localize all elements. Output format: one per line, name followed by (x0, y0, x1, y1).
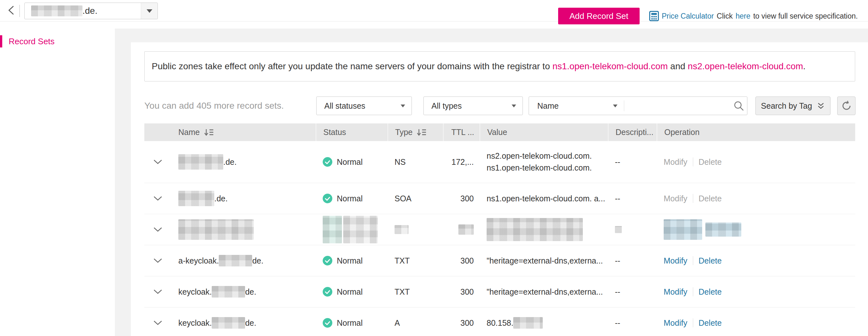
redacted-delete-link (705, 223, 741, 237)
status-normal-icon (323, 256, 332, 265)
ns1-link[interactable]: ns1.open-telekom-cloud.com (552, 61, 668, 71)
record-type-cell: TXT (388, 287, 443, 297)
quota-text: You can add 405 more record sets. (144, 97, 284, 115)
spec-text-before: Click (717, 12, 733, 21)
refresh-button[interactable] (837, 97, 856, 115)
record-description-cell: -- (608, 287, 657, 297)
column-header-label: Value (487, 128, 507, 137)
column-header-type[interactable]: Type (388, 124, 443, 141)
record-value-lines: "heritage=external-dns,externa... (487, 255, 603, 267)
table-row: .de.NormalNS172,...ns2.open-telekom-clou… (144, 141, 855, 183)
record-value-line: ns1.open-telekom-cloud.com. a... (487, 193, 605, 205)
row-expand-chevron[interactable] (144, 258, 171, 263)
column-header-value: Value (479, 124, 608, 141)
delete-link[interactable]: Delete (699, 256, 722, 265)
notice-text-period: . (803, 61, 806, 71)
double-chevron-down-icon (817, 101, 825, 110)
record-description-cell: -- (608, 158, 657, 167)
status-label: Normal (337, 194, 363, 203)
modify-link[interactable]: Modify (664, 318, 687, 328)
record-description-cell (608, 226, 657, 233)
delete-link[interactable]: Delete (699, 318, 722, 328)
sidebar-item-record-sets[interactable]: Record Sets (0, 35, 55, 47)
record-ttl-cell: 172,... (443, 158, 479, 167)
redacted-name-part (178, 154, 223, 170)
record-value-line: "heritage=external-dns,externa... (487, 286, 603, 298)
column-header-description: Descripti... (608, 124, 657, 141)
search-button[interactable] (731, 100, 747, 111)
status-normal-icon (323, 287, 332, 297)
chevron-down-icon (147, 9, 152, 13)
record-ttl-cell: 300 (443, 287, 479, 297)
modify-link: Modify (664, 194, 687, 203)
zone-selector-caret-box[interactable] (141, 3, 157, 19)
table-body: .de.NormalNS172,...ns2.open-telekom-clou… (144, 141, 855, 336)
redacted-name-part (219, 255, 252, 266)
record-value-lines: "heritage=external-dns,externa... (487, 286, 603, 298)
table-header: Name Status Type TTL ... Value Descripti… (144, 124, 855, 141)
back-button[interactable] (5, 4, 17, 17)
search-by-tag-button[interactable]: Search by Tag (755, 97, 831, 115)
status-label: Normal (337, 256, 363, 265)
column-header-status: Status (316, 124, 388, 141)
record-operation-cell: ModifyDelete (657, 158, 855, 167)
status-label: Normal (337, 318, 363, 328)
row-expand-chevron[interactable] (144, 196, 171, 201)
redacted-modify-link (664, 219, 702, 240)
spec-text-after: to view full service specification. (753, 12, 858, 21)
sidebar-item-label: Record Sets (9, 37, 55, 46)
record-value-line: ns1.open-telekom-cloud.com. (487, 162, 592, 174)
operation-divider (693, 158, 693, 166)
status-filter-dropdown[interactable]: All statuses (316, 97, 412, 115)
redacted-description (615, 226, 622, 233)
modify-link[interactable]: Modify (664, 287, 687, 297)
modify-link: Modify (664, 158, 687, 167)
spec-here-link[interactable]: here (736, 12, 750, 21)
record-description-cell: -- (608, 194, 657, 203)
status-label: Normal (337, 158, 363, 167)
record-operation-cell: ModifyDelete (657, 256, 855, 265)
table-row (144, 214, 855, 245)
notice-text-before: Public zones take effect only after you … (152, 61, 552, 71)
dns-record-sets-page: .de. Add Record Set Price Calculator Cli… (0, 0, 868, 336)
operation-divider (693, 194, 693, 203)
calculator-icon (649, 11, 659, 21)
modify-link[interactable]: Modify (664, 256, 687, 265)
back-chevron-icon (6, 4, 17, 18)
record-operation-cell (657, 219, 855, 240)
column-header-name[interactable]: Name (171, 124, 316, 141)
sort-icon[interactable] (204, 128, 214, 137)
record-value-lines: ns2.open-telekom-cloud.com.ns1.open-tele… (487, 150, 592, 174)
chevron-down-icon (512, 104, 516, 107)
record-name-cell: keycloak.de. (171, 317, 316, 329)
delete-link[interactable]: Delete (699, 287, 722, 297)
row-expand-chevron[interactable] (144, 227, 171, 232)
ns2-link[interactable]: ns2.open-telekom-cloud.com (688, 61, 803, 71)
record-status-cell: Normal (316, 256, 388, 265)
column-header-label: Operation (664, 128, 700, 137)
search-key-dropdown[interactable]: Name (529, 97, 624, 115)
record-value-cell: ns1.open-telekom-cloud.com. a... (479, 193, 608, 205)
record-operation-cell: ModifyDelete (657, 287, 855, 297)
row-expand-chevron[interactable] (144, 159, 171, 165)
row-expand-chevron[interactable] (144, 320, 171, 326)
column-header-label: Descripti... (616, 128, 653, 137)
price-calculator-link[interactable]: Price Calculator (662, 12, 714, 21)
type-filter-dropdown[interactable]: All types (424, 97, 523, 115)
record-search-input[interactable] (624, 97, 731, 115)
record-value-cell: ns2.open-telekom-cloud.com.ns1.open-tele… (479, 150, 608, 174)
header-expand-column (144, 124, 171, 141)
record-ttl-cell: 300 (443, 194, 479, 203)
topbar: .de. Add Record Set Price Calculator Cli… (0, 0, 868, 22)
column-header-operation: Operation (657, 124, 855, 141)
add-record-set-button[interactable]: Add Record Set (558, 8, 640, 24)
record-operation-cell: ModifyDelete (657, 318, 855, 328)
record-value-cell: 80.158. (479, 317, 608, 329)
row-expand-chevron[interactable] (144, 289, 171, 294)
zone-name: .de. (31, 5, 97, 16)
search-by-tag-label: Search by Tag (761, 101, 812, 111)
record-description-cell: -- (608, 318, 657, 328)
type-filter-value: All types (431, 101, 462, 111)
sort-icon[interactable] (417, 128, 426, 137)
zone-selector-dropdown[interactable]: .de. (24, 3, 158, 19)
